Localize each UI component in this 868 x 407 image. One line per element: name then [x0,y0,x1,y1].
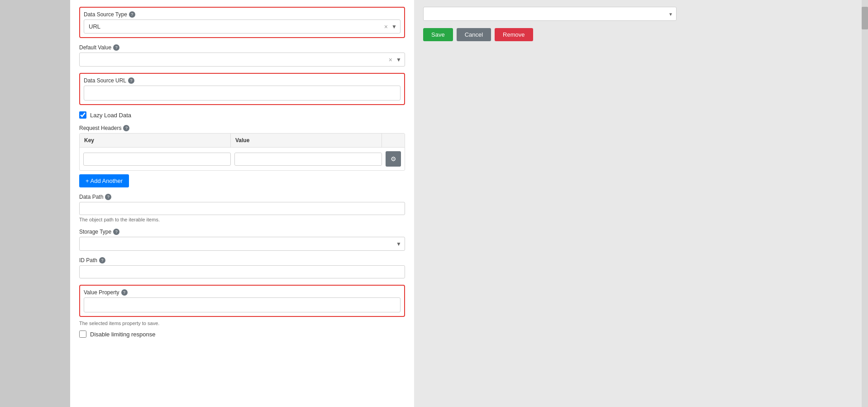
storage-type-help-icon[interactable]: ? [113,229,119,235]
headers-table-header: Key Value [80,134,405,148]
lazy-load-group: Lazy Load Data [79,111,405,119]
default-value-group: Default Value ? × ▼ [79,44,405,67]
data-source-type-group: Data Source Type ? URL Static × ▼ [79,7,405,38]
data-source-type-clear-btn[interactable]: × [384,23,388,30]
header-value-input[interactable] [234,153,382,166]
data-source-type-select-wrapper: URL Static × ▼ [84,19,401,34]
value-property-help-icon[interactable]: ? [121,289,128,296]
storage-type-select-wrapper: Session Local ▼ [79,237,405,251]
headers-table-row: ⚙ [80,148,405,170]
data-source-url-help-icon[interactable]: ? [128,77,134,84]
value-property-hint: The selected items property to save. [79,321,405,326]
default-value-select-wrapper: × ▼ [79,53,405,67]
lazy-load-label: Lazy Load Data [90,112,131,119]
value-property-input[interactable]: ownershipId [84,297,401,312]
disable-limiting-group: Disable limiting response [79,330,405,338]
cancel-button[interactable]: Cancel [457,28,491,41]
data-source-type-label-text: Data Source Type [84,11,127,18]
storage-type-label-text: Storage Type [79,229,111,235]
save-button[interactable]: Save [423,28,453,41]
id-path-help-icon[interactable]: ? [99,257,105,263]
header-gear-btn[interactable]: ⚙ [386,151,401,167]
storage-type-select[interactable]: Session Local [79,237,405,251]
headers-table: Key Value ⚙ [79,133,405,171]
value-property-label-text: Value Property [84,289,119,296]
storage-type-group: Storage Type ? Session Local ▼ [79,229,405,251]
request-headers-label: Request Headers ? [79,125,405,131]
right-scrollbar-thumb [862,7,868,29]
right-scrollbar[interactable] [862,0,868,407]
default-value-select[interactable] [79,53,405,67]
disable-limiting-label: Disable limiting response [90,331,156,338]
request-headers-help-icon[interactable]: ? [123,125,129,131]
remove-button[interactable]: Remove [495,28,533,41]
data-source-type-select[interactable]: URL Static [84,19,401,34]
add-another-label: + Add Another [86,177,123,184]
right-panel-dropdown[interactable] [423,7,677,21]
header-key-input[interactable] [83,153,231,166]
data-source-url-input[interactable]: /officer/api/data-factory/ownership-cont… [84,86,401,101]
right-panel: Save Cancel Remove [414,0,868,407]
storage-type-label: Storage Type ? [79,229,405,235]
id-path-label: ID Path ? [79,257,405,263]
value-property-group: Value Property ? ownershipId [79,285,405,317]
right-panel-dropdown-wrapper [423,7,677,21]
data-source-url-label: Data Source URL ? [84,77,401,84]
action-buttons: Save Cancel Remove [423,28,859,41]
id-path-group: ID Path ? id [79,257,405,278]
data-path-group: Data Path ? The object path to the itera… [79,194,405,222]
default-value-help-icon[interactable]: ? [113,44,119,51]
data-source-url-label-text: Data Source URL [84,77,126,84]
left-panel: Data Source Type ? URL Static × ▼ Defaul… [70,0,414,407]
add-another-button[interactable]: + Add Another [79,174,129,187]
header-key-wrapper [83,153,231,166]
default-value-clear-btn[interactable]: × [389,56,392,63]
id-path-label-text: ID Path [79,257,97,263]
headers-col-value-label: Value [231,134,382,147]
data-path-hint: The object path to the iterable items. [79,217,405,222]
headers-col-key-label: Key [80,134,231,147]
data-source-type-help-icon[interactable]: ? [129,11,135,18]
default-value-label-text: Default Value [79,44,111,51]
header-value-wrapper [234,153,382,166]
data-source-url-group: Data Source URL ? /officer/api/data-fact… [79,73,405,105]
data-path-input[interactable] [79,202,405,215]
data-source-type-label: Data Source Type ? [84,11,401,18]
request-headers-label-text: Request Headers [79,125,121,131]
value-property-label: Value Property ? [84,289,401,296]
data-path-label: Data Path ? [79,194,405,200]
disable-limiting-checkbox[interactable] [79,330,86,338]
data-path-help-icon[interactable]: ? [105,194,111,200]
data-path-label-text: Data Path [79,194,103,200]
default-value-label: Default Value ? [79,44,405,51]
gear-icon: ⚙ [391,155,396,163]
id-path-input[interactable]: id [79,265,405,278]
main-container: Data Source Type ? URL Static × ▼ Defaul… [0,0,868,407]
lazy-load-checkbox[interactable] [79,111,86,119]
request-headers-group: Request Headers ? Key Value [79,125,405,187]
headers-col-action-label [382,134,405,147]
